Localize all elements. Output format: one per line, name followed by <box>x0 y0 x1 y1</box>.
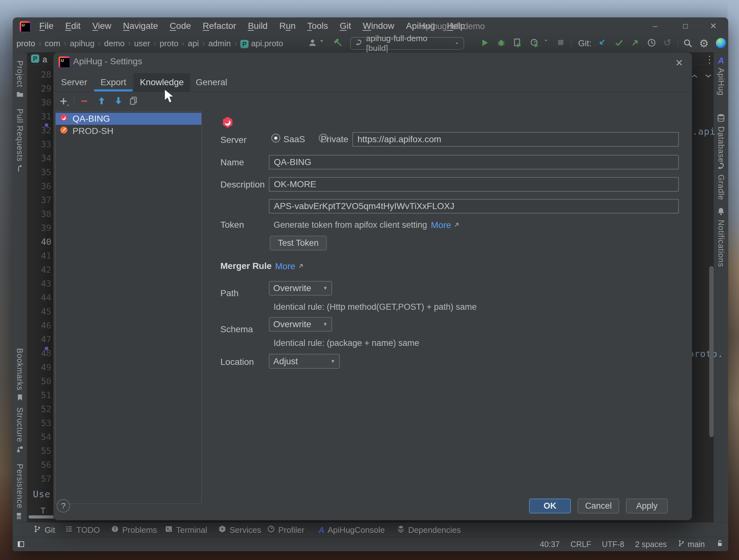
toolwindow-button-services[interactable]: Services <box>218 523 261 537</box>
menu-item-view[interactable]: View <box>92 21 111 31</box>
schema-merge-select[interactable]: Overwrite▼ <box>269 317 332 332</box>
tool-stripe-button-gradle[interactable]: Gradle <box>714 161 728 200</box>
toolwindow-button-todo[interactable]: TODO <box>65 523 100 537</box>
tab-export[interactable]: Export <box>94 73 133 92</box>
tool-stripe-button-persistence[interactable]: Persistence <box>13 464 27 521</box>
token-input[interactable] <box>269 199 679 214</box>
run-config-select[interactable]: apihug-full-demo [build] <box>350 37 464 50</box>
coverage-button[interactable] <box>513 38 523 47</box>
editor-scrollbar[interactable] <box>709 266 714 437</box>
private-label[interactable]: Private <box>321 134 348 144</box>
menu-item-tools[interactable]: Tools <box>307 21 328 31</box>
git-commit-button[interactable] <box>614 38 624 47</box>
code-fragment: proto. <box>688 348 724 359</box>
close-button[interactable]: ✕ <box>708 21 719 31</box>
search-button[interactable] <box>683 38 693 48</box>
token-more-link[interactable]: More <box>431 220 451 230</box>
menu-item-code[interactable]: Code <box>170 21 191 31</box>
lock-icon[interactable] <box>716 539 724 549</box>
run-button[interactable] <box>480 38 489 47</box>
editor-tab-label[interactable]: a <box>42 55 47 64</box>
remove-button[interactable] <box>80 97 89 106</box>
toolwindow-button-profiler[interactable]: Profiler <box>267 523 304 537</box>
menu-item-git[interactable]: Git <box>340 21 351 31</box>
tab-server[interactable]: Server <box>58 73 90 92</box>
saas-label[interactable]: SaaS <box>283 134 305 144</box>
menu-item-build[interactable]: Build <box>248 21 268 31</box>
apply-button[interactable]: Apply <box>626 499 668 514</box>
menu-item-refactor[interactable]: Refactor <box>203 21 236 31</box>
tool-stripe-button-project[interactable]: Project <box>13 60 27 100</box>
breadcrumb-segment[interactable]: apihug <box>70 39 94 48</box>
tool-stripe-button-apihug[interactable]: AApiHug <box>714 56 728 96</box>
breadcrumb-segment[interactable]: com <box>45 39 60 48</box>
profiler-button[interactable] <box>530 38 539 47</box>
list-item-qa-bing[interactable]: QA-BING <box>56 113 201 125</box>
cancel-button[interactable]: Cancel <box>578 499 619 514</box>
chevron-down-icon[interactable] <box>705 74 712 78</box>
line-separator[interactable]: CRLF <box>571 540 591 549</box>
list-item-prod-sh[interactable]: PROD-SH <box>56 125 201 137</box>
history-button[interactable] <box>647 38 656 47</box>
breadcrumb-segment[interactable]: proto <box>160 39 178 48</box>
kebab-menu-icon[interactable]: ⋮ <box>705 54 714 65</box>
user-icon[interactable] <box>308 38 317 47</box>
git-branch-widget[interactable]: main <box>678 539 705 549</box>
breadcrumb-file[interactable]: Papi.proto <box>240 39 283 48</box>
breadcrumb-segment[interactable]: admin <box>208 39 231 48</box>
indent[interactable]: 2 spaces <box>635 540 667 549</box>
toolwindow-button-terminal[interactable]: Terminal <box>165 523 207 537</box>
menu-item-file[interactable]: File <box>39 21 53 31</box>
caret-position[interactable]: 40:37 <box>540 540 560 549</box>
encoding[interactable]: UTF-8 <box>602 540 624 549</box>
settings-button[interactable]: ⚙ <box>699 38 709 49</box>
path-merge-select[interactable]: Overwrite▼ <box>269 281 332 295</box>
git-push-button[interactable] <box>630 38 640 47</box>
debug-button[interactable] <box>496 38 506 47</box>
toolwindow-button-dependencies[interactable]: Dependencies <box>397 523 461 537</box>
tool-stripe-button-structure[interactable]: Structure <box>13 407 27 454</box>
saas-radio[interactable] <box>271 134 280 143</box>
toolwindow-button-problems[interactable]: Problems <box>111 523 157 537</box>
minimize-button[interactable]: – <box>650 21 660 31</box>
tool-stripe-button-database[interactable]: Database <box>714 113 728 163</box>
breadcrumb-segment[interactable]: api <box>188 39 199 48</box>
database-icon <box>717 113 725 124</box>
name-input[interactable] <box>269 155 679 169</box>
toolwindow-button-git[interactable]: Git <box>33 523 55 537</box>
menu-item-window[interactable]: Window <box>363 21 395 31</box>
tool-stripe-button-bookmarks[interactable]: Bookmarks <box>13 348 27 403</box>
description-input[interactable] <box>269 177 679 192</box>
breadcrumb-segment[interactable]: user <box>134 39 150 48</box>
move-down-button[interactable] <box>114 96 123 106</box>
breadcrumb-segment[interactable]: demo <box>104 39 124 48</box>
ok-button[interactable]: OK <box>529 499 571 514</box>
partial-tab-label[interactable]: T <box>40 506 45 516</box>
git-update-button[interactable] <box>597 38 607 47</box>
toolwindow-button-apihugconsole[interactable]: AApiHugConsole <box>318 523 385 537</box>
chevron-down-icon[interactable] <box>318 38 325 44</box>
maximize-button[interactable]: ◻ <box>680 21 691 31</box>
breadcrumb-segment[interactable]: proto <box>16 39 35 48</box>
menu-item-run[interactable]: Run <box>279 21 295 31</box>
build-hammer-icon[interactable] <box>333 38 343 48</box>
help-button[interactable]: ? <box>57 499 70 513</box>
bookmark-icon <box>16 393 24 403</box>
move-up-button[interactable] <box>97 96 106 106</box>
stripe-label: ApiHug <box>717 68 726 96</box>
menu-item-navigate[interactable]: Navigate <box>123 21 158 31</box>
copy-button[interactable] <box>129 96 138 106</box>
menu-item-edit[interactable]: Edit <box>65 21 81 31</box>
location-select[interactable]: Adjust▼ <box>269 354 340 369</box>
tab-general[interactable]: General <box>194 73 229 92</box>
merger-more-link[interactable]: More <box>275 261 295 271</box>
close-icon[interactable]: ✕ <box>674 57 685 68</box>
tool-stripe-button-pull-requests[interactable]: Pull Requests <box>13 109 27 174</box>
test-token-button[interactable]: Test Token <box>270 236 327 251</box>
tab-knowledge[interactable]: Knowledge <box>134 73 190 92</box>
server-url-input[interactable] <box>352 132 679 147</box>
chevron-down-icon[interactable] <box>543 38 548 43</box>
code-with-me-icon[interactable] <box>716 38 726 48</box>
stripe-toggle-icon[interactable] <box>17 540 25 548</box>
tool-stripe-button-notifications[interactable]: Notifications <box>714 207 728 267</box>
